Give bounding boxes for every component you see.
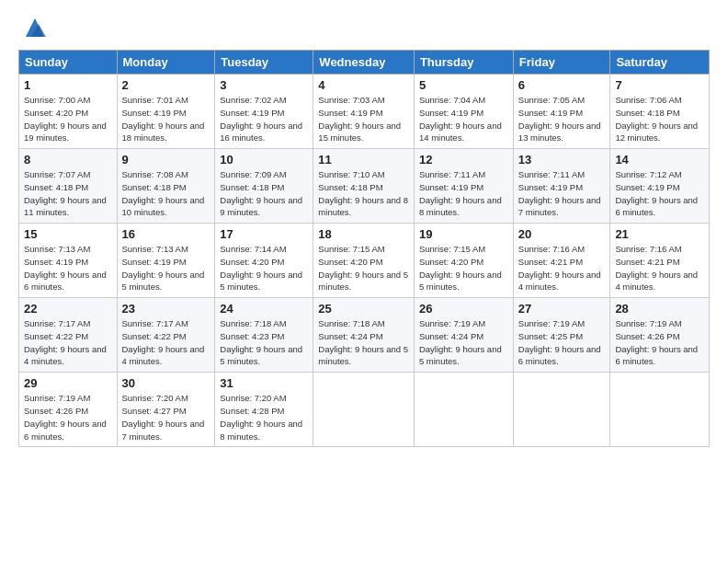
day-number: 18 [318,227,409,241]
calendar-week-1: 1Sunrise: 7:00 AMSunset: 4:20 PMDaylight… [19,75,710,149]
day-number: 9 [122,153,210,167]
header-row: Sunday Monday Tuesday Wednesday Thursday… [19,51,710,75]
calendar-cell: 16Sunrise: 7:13 AMSunset: 4:19 PMDayligh… [117,224,215,298]
day-number: 3 [220,78,308,92]
col-wednesday: Wednesday [313,51,415,75]
calendar-cell [414,373,513,447]
day-info: Sunrise: 7:17 AMSunset: 4:22 PMDaylight:… [122,317,210,368]
day-info: Sunrise: 7:13 AMSunset: 4:19 PMDaylight:… [24,243,112,293]
day-number: 15 [24,227,112,241]
day-info: Sunrise: 7:16 AMSunset: 4:21 PMDaylight:… [615,243,704,293]
calendar-body: 1Sunrise: 7:00 AMSunset: 4:20 PMDaylight… [19,75,710,447]
day-number: 17 [220,227,308,241]
day-number: 8 [24,153,112,167]
calendar-cell: 7Sunrise: 7:06 AMSunset: 4:18 PMDaylight… [610,75,710,149]
day-info: Sunrise: 7:01 AMSunset: 4:19 PMDaylight:… [122,94,210,144]
calendar-cell: 3Sunrise: 7:02 AMSunset: 4:19 PMDaylight… [215,75,313,149]
logo-icon [22,15,48,40]
day-info: Sunrise: 7:05 AMSunset: 4:19 PMDaylight:… [518,94,606,144]
day-number: 30 [122,376,210,390]
calendar-cell: 21Sunrise: 7:16 AMSunset: 4:21 PMDayligh… [610,224,710,298]
calendar-cell: 9Sunrise: 7:08 AMSunset: 4:18 PMDaylight… [117,149,215,224]
calendar-cell: 17Sunrise: 7:14 AMSunset: 4:20 PMDayligh… [215,224,313,298]
day-info: Sunrise: 7:00 AMSunset: 4:20 PMDaylight:… [24,94,112,144]
day-number: 16 [122,227,210,241]
day-number: 28 [615,302,704,316]
day-number: 5 [419,78,508,92]
calendar-cell: 23Sunrise: 7:17 AMSunset: 4:22 PMDayligh… [117,298,215,373]
day-number: 20 [518,227,606,241]
calendar-header: Sunday Monday Tuesday Wednesday Thursday… [19,51,710,75]
day-info: Sunrise: 7:19 AMSunset: 4:24 PMDaylight:… [419,317,508,368]
col-monday: Monday [117,51,215,75]
day-number: 14 [615,153,704,167]
calendar-cell: 14Sunrise: 7:12 AMSunset: 4:19 PMDayligh… [610,149,710,224]
calendar-cell: 27Sunrise: 7:19 AMSunset: 4:25 PMDayligh… [513,298,610,373]
page: Sunday Monday Tuesday Wednesday Thursday… [0,0,728,563]
col-sunday: Sunday [19,51,118,75]
col-saturday: Saturday [610,51,710,75]
day-info: Sunrise: 7:10 AMSunset: 4:18 PMDaylight:… [318,168,409,219]
day-number: 19 [419,227,508,241]
day-info: Sunrise: 7:11 AMSunset: 4:19 PMDaylight:… [419,168,508,219]
day-info: Sunrise: 7:18 AMSunset: 4:24 PMDaylight:… [318,317,409,368]
calendar-table: Sunday Monday Tuesday Wednesday Thursday… [18,50,710,447]
calendar-cell: 10Sunrise: 7:09 AMSunset: 4:18 PMDayligh… [215,149,313,224]
calendar-cell: 29Sunrise: 7:19 AMSunset: 4:26 PMDayligh… [19,373,118,447]
day-number: 1 [24,78,112,92]
calendar-cell: 31Sunrise: 7:20 AMSunset: 4:28 PMDayligh… [215,373,313,447]
calendar-cell [610,373,710,447]
day-info: Sunrise: 7:14 AMSunset: 4:20 PMDaylight:… [220,243,308,293]
day-info: Sunrise: 7:15 AMSunset: 4:20 PMDaylight:… [318,243,409,293]
col-thursday: Thursday [414,51,513,75]
calendar-cell: 5Sunrise: 7:04 AMSunset: 4:19 PMDaylight… [414,75,513,149]
day-info: Sunrise: 7:11 AMSunset: 4:19 PMDaylight:… [518,168,606,219]
calendar-cell: 15Sunrise: 7:13 AMSunset: 4:19 PMDayligh… [19,224,118,298]
day-info: Sunrise: 7:16 AMSunset: 4:21 PMDaylight:… [518,243,606,293]
col-friday: Friday [513,51,610,75]
calendar-cell: 8Sunrise: 7:07 AMSunset: 4:18 PMDaylight… [19,149,118,224]
calendar-cell: 28Sunrise: 7:19 AMSunset: 4:26 PMDayligh… [610,298,710,373]
day-info: Sunrise: 7:06 AMSunset: 4:18 PMDaylight:… [615,94,704,144]
calendar-cell: 6Sunrise: 7:05 AMSunset: 4:19 PMDaylight… [513,75,610,149]
day-number: 13 [518,153,606,167]
day-number: 6 [518,78,606,92]
day-info: Sunrise: 7:07 AMSunset: 4:18 PMDaylight:… [24,168,112,219]
day-info: Sunrise: 7:02 AMSunset: 4:19 PMDaylight:… [220,94,308,144]
day-number: 4 [318,78,409,92]
day-number: 31 [220,376,308,390]
day-number: 26 [419,302,508,316]
day-info: Sunrise: 7:12 AMSunset: 4:19 PMDaylight:… [615,168,704,219]
day-number: 11 [318,153,409,167]
day-number: 27 [518,302,606,316]
col-tuesday: Tuesday [215,51,313,75]
day-number: 24 [220,302,308,316]
day-info: Sunrise: 7:09 AMSunset: 4:18 PMDaylight:… [220,168,308,219]
calendar-week-3: 15Sunrise: 7:13 AMSunset: 4:19 PMDayligh… [19,224,710,298]
day-number: 23 [122,302,210,316]
calendar-cell: 26Sunrise: 7:19 AMSunset: 4:24 PMDayligh… [414,298,513,373]
calendar-cell: 30Sunrise: 7:20 AMSunset: 4:27 PMDayligh… [117,373,215,447]
calendar-cell: 1Sunrise: 7:00 AMSunset: 4:20 PMDaylight… [19,75,118,149]
day-number: 12 [419,153,508,167]
calendar-cell [313,373,415,447]
calendar-cell: 24Sunrise: 7:18 AMSunset: 4:23 PMDayligh… [215,298,313,373]
day-number: 2 [122,78,210,92]
calendar-week-2: 8Sunrise: 7:07 AMSunset: 4:18 PMDaylight… [19,149,710,224]
day-info: Sunrise: 7:17 AMSunset: 4:22 PMDaylight:… [24,317,112,368]
calendar-cell: 4Sunrise: 7:03 AMSunset: 4:19 PMDaylight… [313,75,415,149]
day-info: Sunrise: 7:13 AMSunset: 4:19 PMDaylight:… [122,243,210,293]
calendar-cell: 25Sunrise: 7:18 AMSunset: 4:24 PMDayligh… [313,298,415,373]
logo [18,15,48,40]
day-number: 25 [318,302,409,316]
day-number: 21 [615,227,704,241]
day-number: 10 [220,153,308,167]
day-info: Sunrise: 7:08 AMSunset: 4:18 PMDaylight:… [122,168,210,219]
calendar-week-4: 22Sunrise: 7:17 AMSunset: 4:22 PMDayligh… [19,298,710,373]
calendar-cell: 19Sunrise: 7:15 AMSunset: 4:20 PMDayligh… [414,224,513,298]
calendar-cell: 22Sunrise: 7:17 AMSunset: 4:22 PMDayligh… [19,298,118,373]
calendar-cell: 20Sunrise: 7:16 AMSunset: 4:21 PMDayligh… [513,224,610,298]
header [18,15,710,40]
calendar-cell: 13Sunrise: 7:11 AMSunset: 4:19 PMDayligh… [513,149,610,224]
day-info: Sunrise: 7:19 AMSunset: 4:26 PMDaylight:… [615,317,704,368]
